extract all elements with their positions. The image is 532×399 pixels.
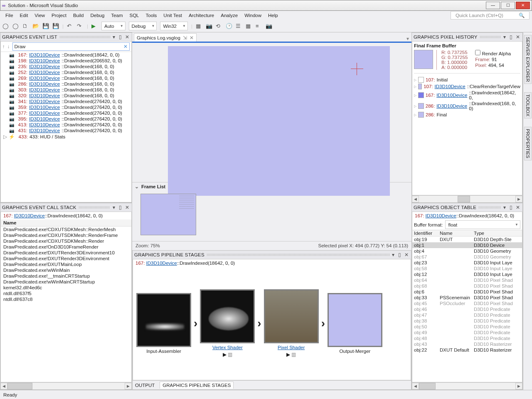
object-table-row[interactable]: obj:33PSScenemainD3D10 Pixel Shad [412,295,522,300]
event-row[interactable]: 📷286: ID3D10Device::DrawIndexed(168, 0, … [1,81,131,87]
save-icon[interactable]: 💾 [42,23,49,30]
event-row-hud[interactable]: ▷ ⚡ 433: 433: HUD / Stats [1,133,131,140]
new-project-icon[interactable]: 🗋 [22,23,29,30]
callstack-row[interactable]: DrawPredicated.exe!wWinMain [1,267,131,273]
stage-pixel-shader[interactable] [264,289,319,343]
object-table-row[interactable]: obj:67D3D10 Geometry [412,254,522,260]
menu-project[interactable]: Project [49,12,69,19]
event-row[interactable]: 📷198: ID3D10Device::DrawIndexed(206592, … [1,58,131,64]
solution-config-combo[interactable]: Debug▼ [129,22,157,30]
dropdown-icon[interactable]: ▾ [111,204,117,210]
cs-context-link[interactable]: ID3D10Device [14,213,45,218]
menu-tools[interactable]: Tools [143,12,160,19]
cs-col-header[interactable]: Name [1,219,131,227]
event-link[interactable]: ID3D10Device [29,70,60,75]
options-icon[interactable]: ▥ [291,352,296,357]
event-link[interactable]: ID3D10Device [29,111,60,116]
menu-file[interactable]: File [2,12,16,19]
list-icon[interactable]: ≡ [256,23,262,30]
pin-icon[interactable]: ▯ [118,34,123,40]
event-link[interactable]: ID3D10Device [29,93,60,98]
object-table-row[interactable]: obj:58D3D10 Input Laye [412,266,522,271]
callstack-row[interactable]: ntdll.dll!637c8 [1,296,131,302]
redo-icon[interactable]: ↷ [77,23,84,30]
object-table-row[interactable]: obj:64D3D10 Pixel Shad [412,277,522,283]
object-table-row[interactable]: obj:22DXUT DefaultD3D10 Rasterizer [412,347,522,353]
event-link[interactable]: ID3D10Device [29,58,60,63]
tab-properties[interactable]: PROPERTIES [524,127,532,160]
play-icon[interactable]: ▶ [286,352,290,357]
pixel-history-row[interactable]: ▷286: Final [414,112,520,118]
object-table-row[interactable]: obj:43D3D10 Rasterizer [412,341,522,347]
callstack-row[interactable]: DrawPredicated.exe!DXUTRender3DEnvironme… [1,256,131,261]
maximize-button[interactable]: ☐ [501,2,515,9]
save-all-icon[interactable]: 💾 [52,23,59,30]
object-table-row[interactable]: obj:49D3D10 Predicate [412,330,522,335]
object-table-row[interactable]: obj:45PSOccluderD3D10 Pixel Shad [412,300,522,306]
event-row[interactable]: 📷377: ID3D10Device::DrawIndexed(276420, … [1,110,131,116]
nav-fwd-icon[interactable]: ◯ [12,23,19,30]
event-row[interactable]: 📷413: ID3D10Device::DrawIndexed(276420, … [1,122,131,128]
object-table-row[interactable]: obj:38D3D10 Predicate [412,318,522,324]
object-table-row[interactable]: obj:19DXUTD3D10 Depth-Ste [412,236,522,242]
doc-tabs-dropdown-icon[interactable]: ▾ [406,36,409,42]
event-link[interactable]: ID3D10Device [29,87,60,92]
event-link[interactable]: ID3D10Device [29,116,60,121]
object-table-columns[interactable]: Identifier Name Type [412,230,522,236]
tab-pipeline-stages[interactable]: GRAPHICS PIPELINE STAGES [160,382,234,389]
stage-vertex-shader[interactable] [200,289,255,343]
pixel-history-row[interactable]: ▷107: ID3D10Device::ClearRenderTargetVie… [414,84,520,89]
object-table-row[interactable]: obj:47D3D10 Predicate [412,312,522,318]
tab-toolbox[interactable]: TOOLBOX [524,92,532,118]
event-link[interactable]: ID3D10Device [29,128,60,133]
close-panel-icon[interactable]: ✕ [124,204,130,210]
refresh-icon[interactable]: ⟲ [216,23,222,30]
pin-icon[interactable]: ▯ [397,252,403,258]
menu-debug[interactable]: Debug [87,12,107,19]
grid-icon[interactable]: ▦ [246,23,252,30]
event-link[interactable]: ID3D10Device [29,52,60,57]
callstack-row[interactable]: DrawPredicated.exe!CDXUTSDKMesh::RenderF… [1,232,131,238]
dropdown-icon[interactable]: ▾ [390,252,396,258]
dropdown-icon[interactable]: ▾ [502,204,507,210]
close-tab-icon[interactable]: ✕ [190,35,194,41]
callstack-row[interactable]: DrawPredicated.exe!CDXUTSDKMesh::Render [1,238,131,244]
dropdown-icon[interactable]: ▾ [111,34,117,40]
ot-ctx-link[interactable]: ID3D10Device [426,213,456,218]
undo-icon[interactable]: ↶ [67,23,74,30]
callstack-row[interactable]: DrawPredicated.exe!__tmainCRTStartup [1,273,131,279]
object-table-row[interactable]: obj:6D3D10 Pixel Shad [412,289,522,295]
camera2-icon[interactable]: 📷 [266,23,272,30]
object-table-row[interactable]: obj:12D3D10 Input Laye [412,271,522,277]
menu-analyze[interactable]: Analyze [218,12,241,19]
pin-icon[interactable]: ⇲ [183,35,187,41]
render-canvas[interactable] [168,46,390,196]
object-table-row[interactable]: obj:50D3D10 Predicate [412,324,522,330]
up-arrow-icon[interactable]: ↑ [2,44,5,49]
pipeline-ctx-link[interactable]: ID3D10Device [146,261,177,266]
tool-icon[interactable]: ▦ [196,23,202,30]
stage-input-assembler[interactable] [136,293,191,347]
object-table-row[interactable]: obj:68D3D10 Pixel Shad [412,283,522,289]
clear-filter-icon[interactable]: ✕ [123,44,128,49]
minimize-button[interactable]: — [486,2,500,9]
event-filter-input[interactable]: Draw ✕ [12,42,130,51]
object-table-row[interactable]: obj:23D3D10 Input Laye [412,260,522,266]
stack-icon[interactable]: ☰ [236,23,242,30]
menu-view[interactable]: View [32,12,48,19]
close-button[interactable]: ✕ [516,2,530,9]
buffer-format-combo[interactable]: float▼ [445,220,520,229]
callstack-row[interactable]: DrawPredicated.exe!DXUTRender3DEnvironme… [1,250,131,256]
event-link[interactable]: ID3D10Device [29,81,60,86]
pixel-history-row[interactable]: ▷167: ID3D10Device::DrawIndexed(18642, 0… [414,90,520,100]
event-row[interactable]: 📷341: ID3D10Device::DrawIndexed(276420, … [1,99,131,104]
object-table-row[interactable]: obj:48D3D10 Predicate [412,335,522,341]
event-link[interactable]: ID3D10Device [29,105,60,110]
play-icon[interactable]: ▶ [223,352,227,357]
stage-output-merger[interactable] [328,293,382,347]
render-alpha-checkbox[interactable]: Render Alpha [475,50,511,56]
pixel-history-row[interactable]: ▷107: Initial [414,77,520,83]
event-row[interactable]: 📷235: ID3D10Device::DrawIndexed(168, 0, … [1,64,131,69]
stage-vs-label[interactable]: Vertex Shader [212,345,243,350]
callstack-row[interactable]: kernel32.dll!4ed6c [1,285,131,291]
